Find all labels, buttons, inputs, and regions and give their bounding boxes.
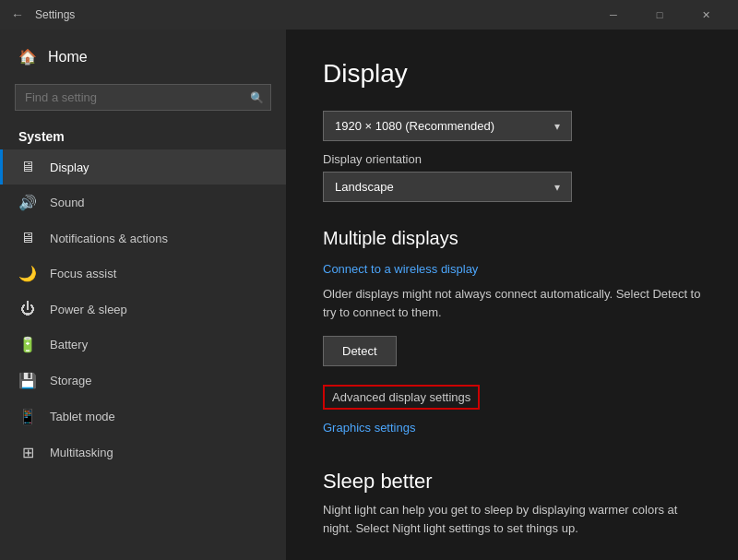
chevron-down-icon: ▾ (554, 181, 560, 194)
sidebar-item-storage[interactable]: 💾 Storage (0, 363, 286, 399)
display-icon: 🖥 (18, 159, 37, 175)
sleep-title: Sleep better (323, 470, 701, 494)
sidebar-item-home[interactable]: 🏠 Home (0, 37, 286, 77)
resolution-value: 1920 × 1080 (Recommended) (335, 119, 494, 133)
main-panel: Display 1920 × 1080 (Recommended) ▾ Disp… (286, 30, 738, 560)
sidebar-item-battery[interactable]: 🔋 Battery (0, 327, 286, 363)
storage-icon: 💾 (18, 372, 37, 389)
tablet-icon: 📱 (18, 408, 37, 425)
titlebar-title: Settings (35, 8, 75, 21)
power-icon: ⏻ (18, 301, 37, 317)
chevron-down-icon: ▾ (554, 120, 560, 133)
search-icon: 🔍 (250, 91, 264, 104)
graphics-settings-link[interactable]: Graphics settings (323, 421, 415, 435)
sound-icon: 🔊 (18, 194, 37, 211)
orientation-value: Landscape (335, 180, 394, 194)
sidebar-item-label: Storage (50, 374, 92, 387)
sidebar: 🏠 Home 🔍 System 🖥 Display 🔊 Sound 🖥 Noti… (0, 30, 286, 560)
sidebar-item-label: Sound (50, 196, 85, 209)
resolution-dropdown[interactable]: 1920 × 1080 (Recommended) ▾ (323, 111, 572, 141)
battery-icon: 🔋 (18, 336, 37, 353)
orientation-dropdown[interactable]: Landscape ▾ (323, 172, 572, 202)
multitasking-icon: ⊞ (18, 444, 37, 461)
orientation-label: Display orientation (323, 152, 701, 166)
sidebar-item-multitasking[interactable]: ⊞ Multitasking (0, 435, 286, 471)
wireless-display-link[interactable]: Connect to a wireless display (323, 262, 478, 276)
sidebar-item-display[interactable]: 🖥 Display (0, 149, 286, 185)
content-area: 🏠 Home 🔍 System 🖥 Display 🔊 Sound 🖥 Noti… (0, 30, 738, 560)
window-controls: ─ □ ✕ (592, 0, 727, 30)
sidebar-item-label: Power & sleep (50, 303, 127, 316)
notifications-icon: 🖥 (18, 230, 37, 246)
search-container: 🔍 (15, 84, 271, 111)
back-button[interactable]: ← (11, 7, 24, 22)
sidebar-section-title: System (0, 118, 286, 149)
focus-icon: 🌙 (18, 265, 37, 282)
close-button[interactable]: ✕ (684, 0, 727, 30)
sidebar-item-sound[interactable]: 🔊 Sound (0, 185, 286, 220)
sleep-description: Night light can help you get to sleep by… (323, 501, 701, 537)
maximize-button[interactable]: □ (638, 0, 681, 30)
titlebar: ← Settings ─ □ ✕ (0, 0, 738, 30)
resolution-dropdown-wrapper: 1920 × 1080 (Recommended) ▾ (323, 111, 701, 141)
detect-button[interactable]: Detect (323, 336, 397, 366)
sidebar-home-label: Home (48, 49, 88, 66)
sidebar-item-notifications[interactable]: 🖥 Notifications & actions (0, 220, 286, 256)
advanced-display-settings-link[interactable]: Advanced display settings (323, 385, 480, 410)
orientation-dropdown-wrapper: Display orientation Landscape ▾ (323, 152, 701, 202)
sidebar-item-focus[interactable]: 🌙 Focus assist (0, 256, 286, 292)
older-displays-description: Older displays might not always connect … (323, 285, 701, 321)
sidebar-item-label: Focus assist (50, 267, 116, 280)
multiple-displays-title: Multiple displays (323, 228, 701, 249)
sidebar-item-label: Notifications & actions (50, 232, 168, 245)
page-title: Display (323, 59, 701, 89)
sidebar-item-power[interactable]: ⏻ Power & sleep (0, 292, 286, 327)
home-icon: 🏠 (18, 48, 37, 66)
sidebar-item-label: Display (50, 161, 89, 174)
sidebar-item-label: Tablet mode (50, 410, 115, 423)
minimize-button[interactable]: ─ (592, 0, 635, 30)
sidebar-item-label: Multitasking (50, 446, 113, 459)
sidebar-item-label: Battery (50, 338, 88, 351)
sidebar-item-tablet[interactable]: 📱 Tablet mode (0, 399, 286, 435)
search-input[interactable] (15, 84, 271, 111)
